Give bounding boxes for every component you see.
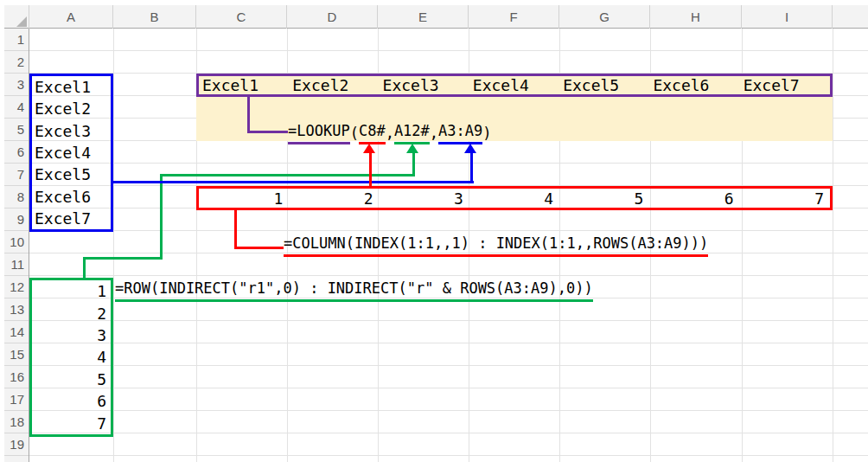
- cell-f8[interactable]: 4: [469, 189, 559, 208]
- red-connector-vertical: [234, 209, 237, 249]
- cell-a14[interactable]: 3: [32, 324, 111, 346]
- select-all-triangle-icon: [16, 16, 27, 27]
- purple-connector-horizontal: [247, 131, 288, 133]
- range-a12-a18: 1 2 3 4 5 6 7: [29, 278, 113, 437]
- range-c8-i8: 1 2 3 4 5 6 7: [196, 186, 833, 210]
- cell-a4[interactable]: Excel2: [32, 98, 111, 119]
- row-header-12[interactable]: 12: [4, 276, 29, 298]
- green-connector-mid-horizontal: [83, 257, 163, 260]
- lookup-close-paren: ): [482, 124, 491, 144]
- cell-c3[interactable]: Excel1: [199, 76, 289, 94]
- cell-c8[interactable]: 1: [199, 189, 289, 208]
- cell-g8[interactable]: 5: [559, 189, 649, 208]
- red-connector-horizontal: [234, 247, 284, 249]
- column-formula-text: =COLUMN(INDEX(1:1,,1) : INDEX(1:1,,ROWS(…: [284, 234, 708, 257]
- range-a3-a9: Excel1 Excel2 Excel3 Excel4 Excel5 Excel…: [29, 74, 113, 232]
- row-header-6[interactable]: 6: [4, 141, 29, 164]
- cell-a3[interactable]: Excel1: [32, 76, 111, 98]
- lookup-arg2-text: A12#: [394, 121, 430, 144]
- lookup-open-paren: (: [350, 124, 359, 144]
- lookup-arg1-text: C8#: [359, 121, 386, 144]
- row-header-14[interactable]: 14: [4, 321, 29, 343]
- cell-a6[interactable]: Excel4: [32, 142, 111, 164]
- blue-connector-horizontal: [113, 181, 474, 183]
- row-header-10[interactable]: 10: [4, 231, 29, 253]
- cell-a7[interactable]: Excel5: [32, 164, 111, 185]
- column-header-i[interactable]: I: [742, 5, 833, 29]
- cell-i8[interactable]: 7: [740, 189, 830, 208]
- cell-e3[interactable]: Excel3: [380, 76, 469, 94]
- row-header-11[interactable]: 11: [4, 253, 29, 276]
- row-header-19[interactable]: 19: [4, 433, 29, 456]
- column-header-h[interactable]: H: [650, 5, 742, 29]
- cell-a8[interactable]: Excel6: [32, 185, 111, 207]
- green-connector-low-vertical: [83, 257, 86, 280]
- column-header-f[interactable]: F: [469, 5, 559, 29]
- row-header-1[interactable]: 1: [4, 29, 29, 51]
- lookup-arg3-text: A3:A9: [438, 121, 482, 144]
- cell-a16[interactable]: 5: [32, 369, 111, 390]
- blue-arrow-up-icon: [464, 144, 476, 153]
- green-arrow-up-icon: [406, 144, 418, 153]
- select-all-button[interactable]: [4, 5, 29, 29]
- cell-g3[interactable]: Excel5: [559, 76, 649, 94]
- cell-a5[interactable]: Excel3: [32, 120, 111, 142]
- cell-d8[interactable]: 2: [289, 189, 379, 208]
- column-header-b[interactable]: B: [113, 5, 196, 29]
- row-header-18[interactable]: 18: [4, 411, 29, 433]
- cell-e8[interactable]: 3: [380, 189, 469, 208]
- row-header-9[interactable]: 9: [4, 209, 29, 231]
- cell-i3[interactable]: Excel7: [740, 76, 830, 94]
- cell-a13[interactable]: 2: [32, 302, 111, 324]
- row-header-15[interactable]: 15: [4, 343, 29, 366]
- row-header-3[interactable]: 3: [4, 74, 29, 96]
- row-formula-cell[interactable]: =ROW(INDIRECT("r1",0) : INDIRECT("r" & R…: [115, 278, 593, 302]
- row-header-4[interactable]: 4: [4, 96, 29, 119]
- cell-d3[interactable]: Excel2: [289, 76, 379, 94]
- cell-a15[interactable]: 4: [32, 346, 111, 368]
- row-header-8[interactable]: 8: [4, 186, 29, 209]
- lookup-sep2: ,: [430, 124, 438, 144]
- row-header-7[interactable]: 7: [4, 164, 29, 186]
- red-arrow-shaft: [369, 153, 372, 189]
- column-header-g[interactable]: G: [559, 5, 650, 29]
- row-header-13[interactable]: 13: [4, 298, 29, 321]
- green-connector-top-horizontal: [160, 174, 415, 176]
- range-c3-i3: Excel1 Excel2 Excel3 Excel4 Excel5 Excel…: [196, 74, 833, 97]
- purple-connector-vertical: [247, 97, 250, 133]
- green-connector-mid-vertical: [160, 174, 163, 260]
- lookup-formula-cell[interactable]: =LOOKUP(C8#,A12#,A3:A9): [288, 120, 492, 144]
- cell-a17[interactable]: 6: [32, 390, 111, 412]
- row-header-5[interactable]: 5: [4, 119, 29, 141]
- green-arrow-shaft: [412, 153, 415, 176]
- cell-a12[interactable]: 1: [32, 280, 111, 302]
- column-formula-cell[interactable]: =COLUMN(INDEX(1:1,,1) : INDEX(1:1,,ROWS(…: [284, 233, 708, 257]
- lookup-fn-text: =LOOKUP: [288, 121, 350, 144]
- cell-a9[interactable]: Excel7: [32, 208, 111, 229]
- row-header-gutter: 1 2 3 4 5 6 7 8 9 10 11 12 13 14 15 16 1…: [4, 29, 29, 462]
- row-header-2[interactable]: 2: [4, 51, 29, 74]
- lookup-sep1: ,: [386, 124, 394, 144]
- cell-h8[interactable]: 6: [649, 189, 739, 208]
- red-arrow-up-icon: [363, 144, 375, 153]
- column-header-e[interactable]: E: [378, 5, 469, 29]
- row-header-16[interactable]: 16: [4, 366, 29, 388]
- cell-f3[interactable]: Excel4: [469, 76, 559, 94]
- cell-h3[interactable]: Excel6: [649, 76, 739, 94]
- row-header-17[interactable]: 17: [4, 388, 29, 411]
- cell-a18[interactable]: 7: [32, 413, 111, 434]
- column-header-c[interactable]: C: [196, 5, 287, 29]
- column-header-d[interactable]: D: [287, 5, 378, 29]
- blue-arrow-shaft: [470, 153, 473, 183]
- row-formula-text: =ROW(INDIRECT("r1",0) : INDIRECT("r" & R…: [115, 279, 593, 302]
- column-header-a[interactable]: A: [29, 5, 113, 29]
